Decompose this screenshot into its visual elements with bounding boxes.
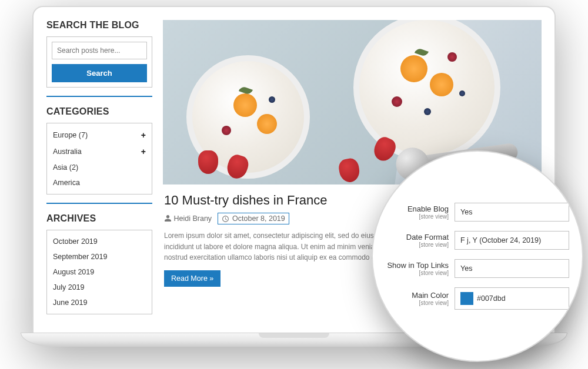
category-label: America bbox=[53, 179, 80, 187]
author-name: Heidi Brany bbox=[173, 214, 212, 223]
post-date-box: October 8, 2019 bbox=[218, 213, 289, 224]
sidebar: SEARCH THE BLOG Search CATEGORIES Europe… bbox=[46, 20, 152, 321]
setting-value-select[interactable]: Yes bbox=[455, 259, 569, 278]
categories-title: CATEGORIES bbox=[46, 106, 152, 117]
category-label: Australia bbox=[53, 147, 82, 156]
laptop-notch bbox=[259, 333, 329, 338]
categories-list: Europe (7) + Australia + Asia (2) Americ… bbox=[46, 123, 152, 194]
setting-label: Main Color [store view] bbox=[381, 291, 449, 306]
setting-value-select[interactable]: F j, Y (October 24, 2019) bbox=[455, 231, 569, 250]
settings-magnifier: Enable Blog [store view] Yes Date Format… bbox=[372, 150, 583, 362]
person-icon bbox=[164, 214, 172, 222]
search-input[interactable] bbox=[52, 42, 147, 59]
categories-block: CATEGORIES Europe (7) + Australia + Asia… bbox=[46, 106, 152, 204]
expand-icon[interactable]: + bbox=[141, 130, 146, 140]
category-item[interactable]: Asia (2) bbox=[53, 160, 146, 175]
clock-icon bbox=[222, 215, 229, 223]
category-label: Europe (7) bbox=[53, 131, 88, 139]
setting-row-date-format: Date Format [store view] F j, Y (October… bbox=[381, 231, 569, 250]
setting-value-select[interactable]: Yes bbox=[455, 203, 569, 222]
archive-item[interactable]: August 2019 bbox=[53, 264, 146, 280]
setting-row-main-color: Main Color [store view] #007dbd bbox=[381, 287, 569, 310]
category-label: Asia (2) bbox=[53, 163, 78, 172]
expand-icon[interactable]: + bbox=[141, 147, 146, 156]
category-item[interactable]: America bbox=[53, 175, 146, 190]
post-date: October 8, 2019 bbox=[232, 214, 285, 223]
archive-item[interactable]: July 2019 bbox=[53, 280, 146, 295]
color-swatch bbox=[460, 292, 473, 305]
setting-scope: [store view] bbox=[381, 213, 449, 220]
setting-row-enable-blog: Enable Blog [store view] Yes bbox=[381, 203, 569, 222]
archives-list: October 2019 September 2019 August 2019 … bbox=[46, 230, 152, 314]
setting-label: Show in Top Links [store view] bbox=[381, 261, 449, 276]
read-more-button[interactable]: Read More » bbox=[164, 270, 220, 287]
archive-item[interactable]: June 2019 bbox=[53, 295, 146, 310]
setting-scope: [store view] bbox=[381, 270, 449, 276]
search-block: SEARCH THE BLOG Search bbox=[46, 20, 152, 97]
category-item[interactable]: Australia + bbox=[53, 143, 146, 160]
setting-scope: [store view] bbox=[381, 241, 449, 248]
archives-title: ARCHIVES bbox=[46, 213, 152, 224]
archive-item[interactable]: September 2019 bbox=[53, 249, 146, 264]
setting-label: Date Format [store view] bbox=[381, 233, 449, 248]
search-box: Search bbox=[46, 36, 152, 88]
archives-block: ARCHIVES October 2019 September 2019 Aug… bbox=[46, 213, 152, 323]
search-title: SEARCH THE BLOG bbox=[46, 20, 152, 31]
archive-item[interactable]: October 2019 bbox=[53, 234, 146, 249]
setting-scope: [store view] bbox=[381, 300, 449, 306]
category-item[interactable]: Europe (7) + bbox=[53, 127, 146, 143]
author: Heidi Brany bbox=[164, 214, 212, 223]
search-button[interactable]: Search bbox=[52, 64, 147, 82]
setting-row-show-top-links: Show in Top Links [store view] Yes bbox=[381, 259, 569, 278]
setting-value-color[interactable]: #007dbd bbox=[455, 287, 569, 310]
setting-label: Enable Blog [store view] bbox=[381, 204, 449, 220]
